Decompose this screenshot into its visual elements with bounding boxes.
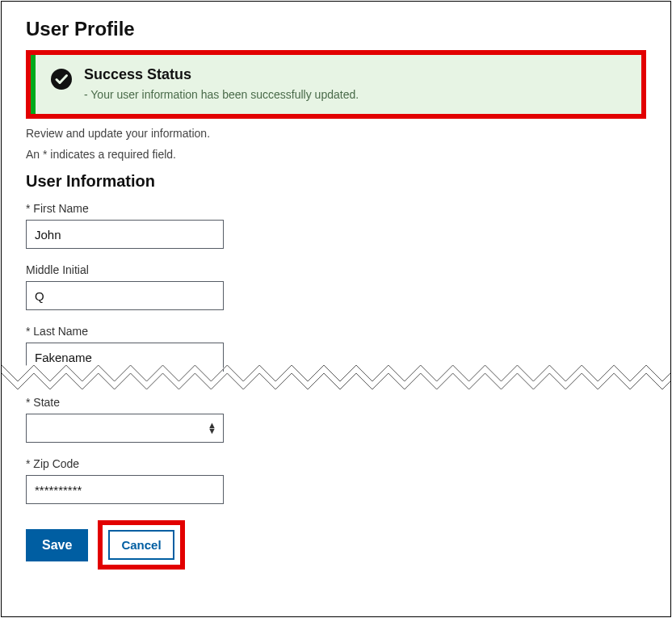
save-button[interactable]: Save bbox=[26, 529, 88, 561]
check-circle-icon bbox=[50, 68, 73, 90]
review-instruction: Review and update your information. bbox=[26, 127, 646, 140]
zip-input[interactable] bbox=[26, 475, 224, 504]
field-middle-initial: Middle Initial bbox=[26, 263, 646, 310]
success-text: Success Status - Your user information h… bbox=[84, 66, 627, 101]
first-name-label: * First Name bbox=[26, 202, 646, 215]
svg-point-0 bbox=[51, 69, 72, 90]
button-row: Save Cancel bbox=[26, 520, 646, 570]
zigzag-icon bbox=[2, 357, 670, 394]
zip-label: * Zip Code bbox=[26, 457, 646, 470]
state-select[interactable] bbox=[26, 414, 224, 443]
first-name-input[interactable] bbox=[26, 220, 224, 249]
tear-divider bbox=[2, 357, 670, 394]
success-message: - Your user information has been success… bbox=[84, 88, 627, 101]
page-title: User Profile bbox=[26, 18, 646, 40]
success-alert: Success Status - Your user information h… bbox=[31, 55, 641, 114]
section-title-user-info: User Information bbox=[26, 172, 646, 191]
required-note: An * indicates a required field. bbox=[26, 148, 646, 161]
page-frame: User Profile Success Status - Your user … bbox=[1, 1, 671, 617]
success-highlight-box: Success Status - Your user information h… bbox=[26, 50, 646, 119]
middle-initial-label: Middle Initial bbox=[26, 263, 646, 276]
cancel-button[interactable]: Cancel bbox=[108, 530, 174, 560]
middle-initial-input[interactable] bbox=[26, 281, 224, 310]
field-state: * State ▲▼ bbox=[26, 396, 646, 443]
cancel-highlight-box: Cancel bbox=[98, 520, 184, 570]
last-name-label: * Last Name bbox=[26, 325, 646, 338]
state-label: * State bbox=[26, 396, 646, 409]
success-title: Success Status bbox=[84, 66, 627, 83]
field-first-name: * First Name bbox=[26, 202, 646, 249]
field-zip-code: * Zip Code bbox=[26, 457, 646, 504]
